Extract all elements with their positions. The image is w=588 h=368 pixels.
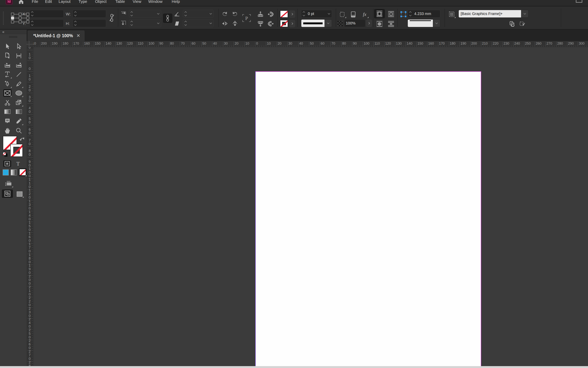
rotation-field[interactable]: [183, 10, 214, 18]
note-tool[interactable]: [3, 117, 12, 125]
type-tool[interactable]: [3, 70, 12, 79]
wrap-around-bounding-box-button[interactable]: [386, 10, 396, 18]
reference-point-proxy[interactable]: [11, 13, 29, 23]
pencil-tool[interactable]: [14, 80, 23, 88]
rotate-90-counterclockwise-icon[interactable]: [231, 10, 239, 18]
selection-tool[interactable]: [3, 43, 12, 51]
gradient-swatch-tool[interactable]: [3, 108, 12, 116]
screen-mode-preview-button[interactable]: [15, 190, 24, 198]
stroke-color-swatch-none[interactable]: [280, 20, 288, 27]
scale-y-field[interactable]: [129, 19, 161, 27]
maximize-button[interactable]: [576, 0, 582, 3]
fill-color-swatch-none[interactable]: [280, 11, 288, 18]
stroke-weight-field[interactable]: 0 pt: [301, 10, 332, 18]
default-fill-stroke-icon[interactable]: [2, 152, 8, 157]
panel-grip-icon[interactable]: [3, 11, 4, 25]
stroke-weight-stepper[interactable]: [301, 10, 306, 18]
constrain-dimensions-broken-link-icon[interactable]: [108, 13, 116, 22]
opacity-flyout-button[interactable]: [366, 20, 372, 27]
tab-close-icon[interactable]: ✕: [77, 34, 80, 37]
y-position-field[interactable]: [29, 19, 64, 27]
page-tool[interactable]: [3, 52, 12, 60]
constrain-scale-link-icon[interactable]: [163, 14, 172, 23]
document-tab[interactable]: *Untitled-1 @ 100% ✕: [28, 30, 85, 41]
flip-vertical-icon[interactable]: [231, 20, 239, 27]
rotation-dropdown-icon[interactable]: [208, 10, 213, 18]
screen-mode-normal-button[interactable]: [1, 189, 13, 198]
menu-window[interactable]: Window: [148, 0, 163, 4]
object-style-icon[interactable]: [447, 10, 456, 18]
stroke-weight-value[interactable]: 0 pt: [306, 12, 326, 16]
menu-object[interactable]: Object: [95, 0, 107, 4]
line-tool[interactable]: [14, 70, 23, 79]
flip-horizontal-icon[interactable]: [221, 20, 229, 27]
formatting-affects-container-button[interactable]: [3, 160, 12, 167]
apply-none-button[interactable]: [18, 168, 27, 177]
width-field[interactable]: [73, 10, 106, 18]
scale-x-field[interactable]: [129, 10, 161, 18]
ellipse-tool[interactable]: [14, 89, 23, 97]
wrap-around-object-shape-button[interactable]: [374, 20, 385, 28]
h-stepper[interactable]: [73, 19, 78, 27]
horizontal-ruler[interactable]: 2102001901801701601501401301201101009080…: [33, 41, 588, 47]
gap-tool[interactable]: [14, 52, 23, 60]
rectangle-frame-tool[interactable]: [3, 89, 12, 97]
stroke-type-dropdown[interactable]: [301, 19, 332, 27]
w-stepper[interactable]: [73, 10, 78, 18]
tools-panel-grip[interactable]: [9, 36, 18, 38]
x-position-field[interactable]: [29, 10, 64, 18]
menu-help[interactable]: Help: [172, 0, 180, 4]
ruler-origin-corner[interactable]: [27, 41, 33, 47]
direct-selection-tool[interactable]: [14, 43, 23, 51]
fx-icon[interactable]: fx: [360, 11, 369, 18]
apply-color-button[interactable]: [3, 169, 9, 175]
select-next-object-icon[interactable]: [267, 20, 275, 27]
indesign-app-icon[interactable]: Id: [6, 0, 12, 5]
collapse-panel-icon[interactable]: «: [2, 30, 4, 34]
opacity-field[interactable]: 100%: [344, 19, 365, 27]
rotate-90-clockwise-icon[interactable]: [221, 10, 229, 18]
menu-file[interactable]: File: [32, 0, 38, 4]
swap-fill-stroke-icon[interactable]: [19, 136, 25, 141]
zoom-tool[interactable]: [14, 127, 23, 135]
menu-layout[interactable]: Layout: [58, 0, 70, 4]
y-stepper[interactable]: [30, 19, 35, 27]
formatting-affects-text-button[interactable]: T: [14, 160, 22, 167]
menu-table[interactable]: Table: [116, 0, 125, 4]
eyedropper-tool[interactable]: [14, 117, 23, 125]
free-transform-tool[interactable]: [14, 98, 23, 107]
stroke-flyout-button[interactable]: [289, 20, 295, 27]
corner-size-stepper[interactable]: [408, 10, 413, 18]
dashed-frame-effects-icon[interactable]: [338, 11, 346, 18]
shear-dropdown-icon[interactable]: [208, 19, 213, 27]
stroke-swatch-none[interactable]: [10, 144, 23, 157]
drop-shadow-icon[interactable]: [349, 11, 357, 18]
apply-gradient-button[interactable]: [11, 169, 17, 175]
hand-tool[interactable]: [3, 127, 12, 135]
gradient-feather-tool[interactable]: [14, 108, 23, 116]
height-field[interactable]: [73, 19, 106, 27]
content-placer-tool[interactable]: [14, 61, 23, 69]
select-container-icon[interactable]: [257, 11, 264, 18]
select-previous-object-icon[interactable]: [267, 11, 275, 18]
clear-overrides-icon[interactable]: [508, 20, 516, 27]
stroke-weight-dropdown-icon[interactable]: [326, 10, 332, 18]
grid-tool-icon[interactable]: [4, 179, 13, 188]
corner-size-value[interactable]: 4.233 mm: [413, 12, 440, 16]
menu-edit[interactable]: Edit: [45, 0, 52, 4]
no-text-wrap-button[interactable]: [374, 9, 385, 18]
x-stepper[interactable]: [30, 10, 35, 18]
vertical-ruler[interactable]: 2 01 001 02 03 04 05 06 07 08 09 01 0 01…: [27, 47, 33, 368]
corner-shape-dropdown[interactable]: [408, 19, 440, 27]
shear-field[interactable]: [183, 19, 214, 27]
document-page[interactable]: [255, 71, 481, 368]
pasteboard[interactable]: [33, 47, 588, 368]
pen-tool[interactable]: [3, 80, 12, 88]
menu-type[interactable]: Type: [78, 0, 87, 4]
fill-flyout-button[interactable]: [289, 11, 295, 18]
break-link-to-style-icon[interactable]: [518, 20, 526, 27]
object-style-dropdown[interactable]: [Basic Graphics Frame]+: [459, 10, 529, 18]
jump-object-button[interactable]: [386, 20, 396, 28]
corner-size-field[interactable]: 4.233 mm: [408, 10, 440, 18]
scale-x-dropdown-icon[interactable]: [155, 10, 161, 18]
